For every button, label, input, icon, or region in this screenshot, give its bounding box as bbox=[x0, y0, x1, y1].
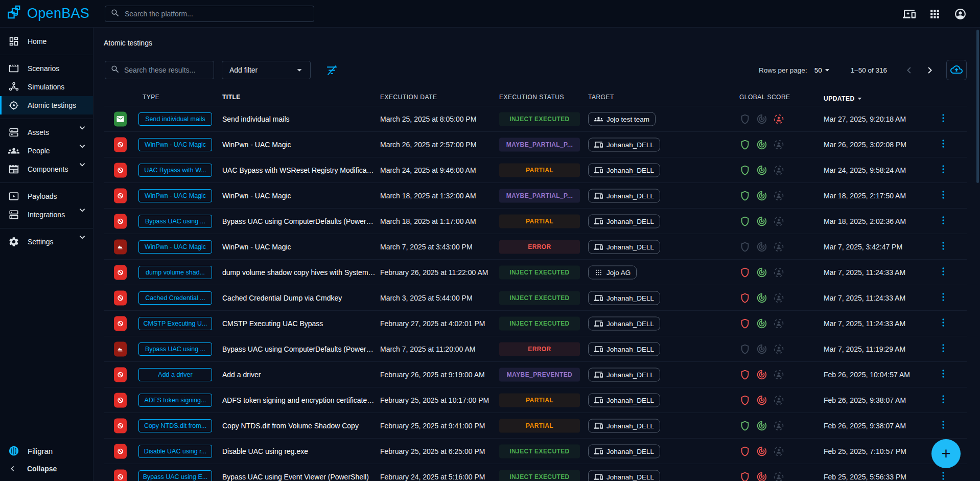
chevron-down-icon bbox=[77, 204, 88, 216]
sidebar-item-integrations[interactable]: Integrations bbox=[0, 205, 93, 224]
atomic-testing-row[interactable]: Bypass UAC using ...Bypass UAC using Com… bbox=[104, 209, 967, 234]
column-header-execution_status[interactable]: EXECUTION STATUS bbox=[499, 94, 564, 101]
column-header-updated[interactable]: UPDATED bbox=[824, 94, 865, 103]
atomic-testing-row[interactable]: CMSTP Executing U...CMSTP Executing UAC … bbox=[104, 311, 967, 336]
sensor-occupied-icon bbox=[773, 241, 784, 253]
row-menu-button[interactable] bbox=[937, 240, 950, 254]
sidebar-item-simulations[interactable]: Simulations bbox=[0, 78, 93, 96]
updated-date: Mar 27, 2025, 9:20:18 AM bbox=[824, 115, 906, 123]
atomic-testing-row[interactable]: Disable UAC using r...Disable UAC using … bbox=[104, 439, 967, 464]
chevron-down-icon bbox=[77, 141, 88, 152]
sidebar-item-assets[interactable]: Assets bbox=[0, 123, 93, 142]
row-menu-button[interactable] bbox=[937, 419, 950, 432]
atomic-testing-row[interactable]: Cached Credential ...Cached Credential D… bbox=[104, 285, 967, 311]
execution-status-badge: INJECT EXECUTED bbox=[499, 444, 580, 458]
create-atomic-testing-fab[interactable]: + bbox=[931, 439, 961, 468]
search-icon bbox=[110, 8, 120, 20]
page-scrollbar[interactable] bbox=[976, 30, 979, 183]
sensor-occupied-icon bbox=[773, 446, 784, 457]
caldera-source-icon bbox=[114, 341, 127, 356]
sidebar-item-label: People bbox=[28, 147, 50, 155]
atomic-testing-row[interactable]: Add a driverAdd a driverFebruary 26, 202… bbox=[104, 362, 967, 387]
export-button[interactable] bbox=[946, 60, 967, 80]
atomic-testing-row[interactable]: ADFS token signing...ADFS token signing … bbox=[104, 387, 967, 413]
sidebar-item-home[interactable]: Home bbox=[0, 32, 93, 51]
atomic-testing-row[interactable]: WinPwn - UAC MagicWinPwn - UAC MagicMarc… bbox=[104, 132, 967, 157]
target-label: Johanah_DELL bbox=[606, 243, 654, 250]
devices-icon[interactable] bbox=[900, 5, 918, 22]
target-chip: Johanah_DELL bbox=[588, 240, 660, 254]
row-menu-button[interactable] bbox=[937, 112, 950, 126]
filigran-brand[interactable]: Filigran bbox=[0, 441, 93, 461]
sidebar-item-settings[interactable]: Settings bbox=[0, 233, 93, 251]
topbar: OpenBAS bbox=[0, 0, 980, 28]
column-header-title[interactable]: TITLE bbox=[222, 94, 241, 101]
endpoint-icon bbox=[594, 293, 603, 302]
atomic-testing-row[interactable]: WinPwn - UAC MagicWinPwn - UAC MagicMarc… bbox=[104, 234, 967, 260]
sidebar-item-scenarios[interactable]: Scenarios bbox=[0, 59, 93, 78]
row-menu-button[interactable] bbox=[937, 138, 950, 151]
updated-date: Mar 7, 2025, 11:19:29 AM bbox=[824, 345, 905, 353]
atomic-testing-row[interactable]: WinPwn - UAC MagicWinPwn - UAC MagicMarc… bbox=[104, 183, 967, 209]
results-search-input[interactable] bbox=[124, 66, 208, 74]
row-menu-button[interactable] bbox=[937, 215, 950, 228]
track-changes-icon bbox=[756, 318, 767, 329]
atomic-testing-row[interactable]: dump volume shad...dump volume shadow co… bbox=[104, 260, 967, 285]
inject-type-chip: WinPwn - UAC Magic bbox=[138, 138, 212, 151]
apps-grid-icon[interactable] bbox=[926, 5, 943, 22]
add-filter-select[interactable]: Add filter bbox=[222, 61, 311, 79]
pagination: Rows per page: 50 1–50 of 316 bbox=[759, 60, 967, 80]
rows-per-page-select[interactable]: 50 bbox=[814, 65, 832, 75]
atomic-testing-row[interactable]: Bypass UAC using E...Bypass UAC using Ev… bbox=[104, 464, 967, 481]
row-menu-button[interactable] bbox=[937, 266, 950, 279]
rows-per-page-label: Rows per page: bbox=[759, 66, 807, 74]
target-label: Johanah_DELL bbox=[606, 166, 654, 174]
atomic-testing-row[interactable]: UAC Bypass with W...UAC Bypass with WSRe… bbox=[104, 157, 967, 183]
sidebar-item-components[interactable]: Components bbox=[0, 160, 93, 178]
atomic-testing-row[interactable]: Send individual mailsSend individual mai… bbox=[104, 106, 967, 132]
target-chip: Johanah_DELL bbox=[588, 419, 660, 432]
next-page-button[interactable] bbox=[921, 61, 938, 79]
row-menu-button[interactable] bbox=[937, 189, 950, 202]
inject-type-chip: UAC Bypass with W... bbox=[138, 164, 212, 177]
atomic-testing-row[interactable]: Bypass UAC using ...Bypass UAC using Com… bbox=[104, 336, 967, 362]
atomic-red-team-source-icon bbox=[114, 163, 127, 177]
execution-status-badge: INJECT EXECUTED bbox=[499, 470, 580, 481]
execution-date: February 25, 2025 at 10:17:00 PM bbox=[380, 396, 489, 404]
sidebar-item-atomic-testings[interactable]: Atomic testings bbox=[0, 96, 93, 114]
row-menu-button[interactable] bbox=[937, 317, 950, 330]
row-menu-button[interactable] bbox=[937, 342, 950, 356]
clear-filters-icon[interactable] bbox=[325, 64, 339, 77]
previous-page-button[interactable] bbox=[900, 61, 918, 79]
row-menu-button[interactable] bbox=[937, 368, 950, 381]
shield-icon bbox=[739, 471, 751, 481]
column-header-execution_date[interactable]: EXECUTION DATE bbox=[380, 94, 437, 101]
atomic-red-team-source-icon bbox=[114, 418, 127, 433]
target-label: Johanah_DELL bbox=[606, 371, 654, 378]
row-menu-button[interactable] bbox=[937, 470, 950, 481]
sidebar: HomeScenariosSimulationsAtomic testingsA… bbox=[0, 28, 94, 481]
execution-status-badge: INJECT EXECUTED bbox=[499, 316, 580, 330]
account-circle-icon[interactable] bbox=[951, 5, 969, 22]
column-label: TYPE bbox=[143, 94, 159, 101]
openbas-logo[interactable]: OpenBAS bbox=[6, 5, 89, 22]
atomic-red-team-source-icon bbox=[114, 290, 127, 305]
column-header-type[interactable]: TYPE bbox=[143, 94, 159, 101]
inject-title: WinPwn - UAC Magic bbox=[222, 192, 376, 200]
platform-search-input[interactable] bbox=[125, 10, 309, 18]
updated-date: Feb 26, 2025, 9:38:07 AM bbox=[824, 422, 906, 430]
inject-type-chip: Send individual mails bbox=[138, 112, 212, 126]
atomic-red-team-source-icon bbox=[114, 367, 127, 382]
atomic-testing-row[interactable]: Copy NTDS.dit from...Copy NTDS.dit from … bbox=[104, 413, 967, 439]
row-menu-button[interactable] bbox=[937, 164, 950, 177]
sidebar-item-payloads[interactable]: Payloads bbox=[0, 187, 93, 205]
row-menu-button[interactable] bbox=[937, 291, 950, 305]
row-menu-button[interactable] bbox=[937, 394, 950, 407]
sidebar-item-people[interactable]: People bbox=[0, 142, 93, 160]
inject-title: UAC Bypass with WSReset Registry Modific… bbox=[222, 166, 376, 174]
shield-icon bbox=[739, 139, 751, 150]
inject-title: Bypass UAC using Event Viewer (PowerShel… bbox=[222, 473, 376, 481]
brand-label: Filigran bbox=[28, 447, 53, 455]
inject-type-chip: dump volume shad... bbox=[138, 266, 212, 279]
sidebar-collapse-button[interactable]: Collapse bbox=[0, 461, 93, 477]
